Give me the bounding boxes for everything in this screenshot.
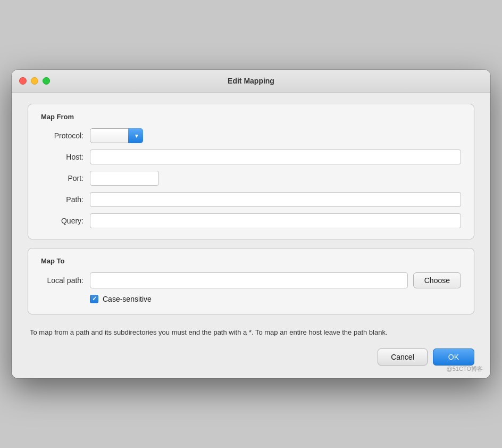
case-sensitive-checkbox[interactable]: ✓	[90, 295, 98, 303]
minimize-button[interactable]	[31, 77, 38, 85]
titlebar-buttons	[19, 77, 50, 85]
info-text: To map from a path and its subdirectorie…	[28, 323, 474, 347]
path-label: Path:	[41, 195, 83, 204]
port-input[interactable]	[90, 171, 159, 186]
port-row: Port:	[41, 171, 461, 186]
map-from-section: Map From Protocol: http https ftp Host:	[28, 104, 474, 239]
watermark: @51CTO博客	[447, 365, 483, 373]
maximize-button[interactable]	[43, 77, 50, 85]
case-sensitive-checkbox-wrapper[interactable]: ✓ Case-sensitive	[90, 295, 152, 303]
query-label: Query:	[41, 217, 83, 225]
query-row: Query:	[41, 213, 461, 228]
close-button[interactable]	[19, 77, 27, 85]
map-to-section: Map To Local path: Choose ✓ Case-sensiti…	[28, 248, 474, 314]
path-input[interactable]	[90, 192, 461, 207]
host-label: Host:	[41, 153, 83, 161]
protocol-label: Protocol:	[41, 131, 83, 140]
checkbox-check-icon: ✓	[92, 296, 97, 302]
local-path-label: Local path:	[41, 276, 83, 285]
case-sensitive-row: ✓ Case-sensitive	[41, 295, 461, 303]
local-path-row: Local path: Choose	[41, 272, 461, 288]
choose-button[interactable]: Choose	[413, 272, 461, 288]
query-input[interactable]	[90, 213, 461, 228]
dialog-footer: Cancel OK	[28, 346, 474, 366]
local-path-input-group: Choose	[90, 272, 461, 288]
dialog-window: Edit Mapping Map From Protocol: http htt…	[12, 70, 490, 379]
titlebar: Edit Mapping	[12, 70, 490, 93]
host-input[interactable]	[90, 150, 461, 164]
local-path-input[interactable]	[90, 272, 408, 288]
case-sensitive-label: Case-sensitive	[103, 295, 152, 303]
map-to-label: Map To	[41, 257, 461, 265]
protocol-row: Protocol: http https ftp	[41, 128, 461, 143]
ok-button[interactable]: OK	[433, 349, 474, 366]
cancel-button[interactable]: Cancel	[378, 349, 428, 366]
protocol-select[interactable]: http https ftp	[90, 128, 143, 143]
map-from-label: Map From	[41, 113, 461, 121]
window-content: Map From Protocol: http https ftp Host:	[12, 93, 490, 379]
host-row: Host:	[41, 150, 461, 164]
port-label: Port:	[41, 174, 83, 182]
window-title: Edit Mapping	[228, 77, 274, 85]
protocol-select-wrapper[interactable]: http https ftp	[90, 128, 143, 143]
path-row: Path:	[41, 192, 461, 207]
